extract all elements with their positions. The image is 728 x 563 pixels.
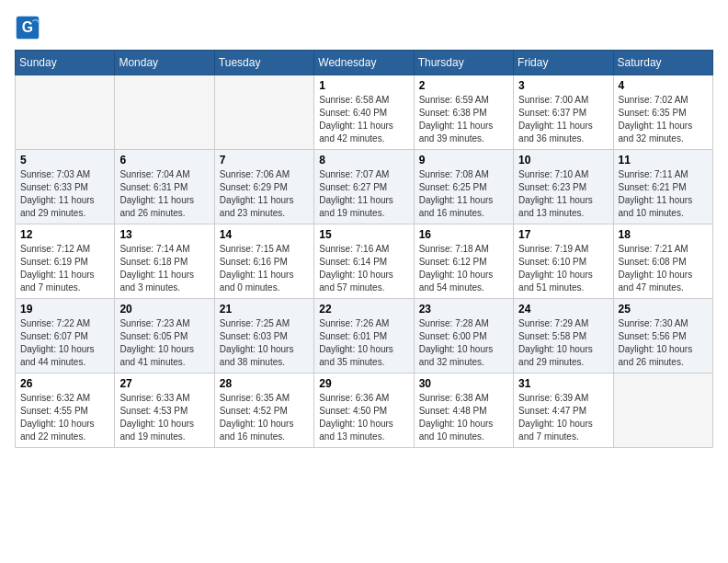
day-number: 19 (20, 303, 109, 316)
calendar-cell: 30Sunrise: 6:38 AMSunset: 4:48 PMDayligh… (414, 373, 513, 448)
weekday-cell: Tuesday (214, 51, 313, 75)
day-info: Sunrise: 7:29 AMSunset: 5:58 PMDaylight:… (518, 317, 608, 369)
day-number: 4 (619, 79, 708, 92)
calendar-cell: 31Sunrise: 6:39 AMSunset: 4:47 PMDayligh… (514, 373, 613, 448)
calendar-week-row: 1Sunrise: 6:58 AMSunset: 6:40 PMDaylight… (16, 75, 713, 150)
day-info: Sunrise: 7:26 AMSunset: 6:01 PMDaylight:… (319, 317, 408, 369)
calendar-cell: 17Sunrise: 7:19 AMSunset: 6:10 PMDayligh… (514, 224, 613, 299)
day-number: 7 (220, 154, 309, 167)
day-info: Sunrise: 7:07 AMSunset: 6:27 PMDaylight:… (319, 168, 408, 220)
calendar-cell: 26Sunrise: 6:32 AMSunset: 4:55 PMDayligh… (16, 373, 115, 448)
logo: G (15, 15, 44, 40)
weekday-header-row: SundayMondayTuesdayWednesdayThursdayFrid… (16, 51, 713, 75)
calendar-body: 1Sunrise: 6:58 AMSunset: 6:40 PMDaylight… (16, 75, 713, 448)
day-info: Sunrise: 7:18 AMSunset: 6:12 PMDaylight:… (419, 243, 508, 294)
day-info: Sunrise: 7:19 AMSunset: 6:10 PMDaylight:… (518, 243, 608, 294)
calendar-cell: 8Sunrise: 7:07 AMSunset: 6:27 PMDaylight… (314, 150, 414, 224)
day-info: Sunrise: 7:02 AMSunset: 6:35 PMDaylight:… (619, 94, 708, 145)
day-info: Sunrise: 7:11 AMSunset: 6:21 PMDaylight:… (619, 168, 708, 220)
calendar-cell: 11Sunrise: 7:11 AMSunset: 6:21 PMDayligh… (613, 150, 712, 224)
day-info: Sunrise: 7:12 AMSunset: 6:19 PMDaylight:… (20, 243, 109, 294)
day-info: Sunrise: 6:59 AMSunset: 6:38 PMDaylight:… (419, 94, 508, 145)
day-number: 5 (20, 154, 109, 167)
calendar-cell: 22Sunrise: 7:26 AMSunset: 6:01 PMDayligh… (314, 299, 414, 373)
calendar-cell: 12Sunrise: 7:12 AMSunset: 6:19 PMDayligh… (16, 224, 115, 299)
calendar-table: SundayMondayTuesdayWednesdayThursdayFrid… (15, 50, 713, 448)
weekday-cell: Wednesday (314, 51, 414, 75)
day-info: Sunrise: 7:23 AMSunset: 6:05 PMDaylight:… (119, 317, 209, 369)
day-info: Sunrise: 6:33 AMSunset: 4:53 PMDaylight:… (119, 392, 209, 443)
day-number: 10 (518, 154, 608, 167)
day-number: 18 (619, 228, 708, 241)
day-number: 15 (319, 228, 408, 241)
day-info: Sunrise: 7:21 AMSunset: 6:08 PMDaylight:… (619, 243, 708, 294)
day-number: 25 (619, 303, 708, 316)
day-number: 6 (119, 154, 209, 167)
calendar-cell (613, 373, 712, 448)
weekday-cell: Friday (514, 51, 613, 75)
calendar-cell: 29Sunrise: 6:36 AMSunset: 4:50 PMDayligh… (314, 373, 414, 448)
day-number: 27 (119, 377, 209, 390)
calendar-cell: 13Sunrise: 7:14 AMSunset: 6:18 PMDayligh… (115, 224, 214, 299)
logo-icon: G (15, 15, 40, 40)
day-number: 12 (20, 228, 109, 241)
day-info: Sunrise: 6:36 AMSunset: 4:50 PMDaylight:… (319, 392, 408, 443)
day-number: 8 (319, 154, 408, 167)
calendar-cell: 6Sunrise: 7:04 AMSunset: 6:31 PMDaylight… (115, 150, 214, 224)
calendar-cell: 4Sunrise: 7:02 AMSunset: 6:35 PMDaylight… (613, 75, 712, 150)
weekday-cell: Saturday (613, 51, 712, 75)
day-number: 9 (419, 154, 508, 167)
weekday-cell: Monday (115, 51, 214, 75)
day-number: 31 (518, 377, 608, 390)
calendar-cell: 16Sunrise: 7:18 AMSunset: 6:12 PMDayligh… (414, 224, 513, 299)
day-number: 17 (518, 228, 608, 241)
calendar-cell: 23Sunrise: 7:28 AMSunset: 6:00 PMDayligh… (414, 299, 513, 373)
day-number: 23 (419, 303, 508, 316)
day-info: Sunrise: 6:58 AMSunset: 6:40 PMDaylight:… (319, 94, 408, 145)
calendar-cell: 27Sunrise: 6:33 AMSunset: 4:53 PMDayligh… (115, 373, 214, 448)
calendar-cell (214, 75, 313, 150)
day-info: Sunrise: 7:14 AMSunset: 6:18 PMDaylight:… (119, 243, 209, 294)
day-number: 20 (119, 303, 209, 316)
day-info: Sunrise: 7:10 AMSunset: 6:23 PMDaylight:… (518, 168, 608, 220)
calendar-cell: 20Sunrise: 7:23 AMSunset: 6:05 PMDayligh… (115, 299, 214, 373)
calendar-cell: 10Sunrise: 7:10 AMSunset: 6:23 PMDayligh… (514, 150, 613, 224)
calendar-cell: 9Sunrise: 7:08 AMSunset: 6:25 PMDaylight… (414, 150, 513, 224)
day-number: 29 (319, 377, 408, 390)
day-info: Sunrise: 6:38 AMSunset: 4:48 PMDaylight:… (419, 392, 508, 443)
calendar-cell: 14Sunrise: 7:15 AMSunset: 6:16 PMDayligh… (214, 224, 313, 299)
day-number: 11 (619, 154, 708, 167)
day-info: Sunrise: 6:35 AMSunset: 4:52 PMDaylight:… (220, 392, 309, 443)
calendar-cell: 28Sunrise: 6:35 AMSunset: 4:52 PMDayligh… (214, 373, 313, 448)
calendar-cell: 21Sunrise: 7:25 AMSunset: 6:03 PMDayligh… (214, 299, 313, 373)
svg-text:G: G (22, 19, 33, 35)
day-number: 2 (419, 79, 508, 92)
calendar-cell: 1Sunrise: 6:58 AMSunset: 6:40 PMDaylight… (314, 75, 414, 150)
day-info: Sunrise: 7:22 AMSunset: 6:07 PMDaylight:… (20, 317, 109, 369)
day-info: Sunrise: 7:16 AMSunset: 6:14 PMDaylight:… (319, 243, 408, 294)
day-number: 3 (518, 79, 608, 92)
day-number: 28 (220, 377, 309, 390)
page-header: G (15, 15, 713, 40)
calendar-cell: 25Sunrise: 7:30 AMSunset: 5:56 PMDayligh… (613, 299, 712, 373)
day-number: 16 (419, 228, 508, 241)
day-number: 30 (419, 377, 508, 390)
calendar-cell: 7Sunrise: 7:06 AMSunset: 6:29 PMDaylight… (214, 150, 313, 224)
calendar-cell: 19Sunrise: 7:22 AMSunset: 6:07 PMDayligh… (16, 299, 115, 373)
calendar-cell: 2Sunrise: 6:59 AMSunset: 6:38 PMDaylight… (414, 75, 513, 150)
calendar-week-row: 12Sunrise: 7:12 AMSunset: 6:19 PMDayligh… (16, 224, 713, 299)
day-number: 21 (220, 303, 309, 316)
calendar-cell: 18Sunrise: 7:21 AMSunset: 6:08 PMDayligh… (613, 224, 712, 299)
day-info: Sunrise: 6:39 AMSunset: 4:47 PMDaylight:… (518, 392, 608, 443)
day-info: Sunrise: 7:25 AMSunset: 6:03 PMDaylight:… (220, 317, 309, 369)
calendar-cell (115, 75, 214, 150)
day-number: 1 (319, 79, 408, 92)
calendar-cell: 3Sunrise: 7:00 AMSunset: 6:37 PMDaylight… (514, 75, 613, 150)
day-info: Sunrise: 6:32 AMSunset: 4:55 PMDaylight:… (20, 392, 109, 443)
day-info: Sunrise: 7:06 AMSunset: 6:29 PMDaylight:… (220, 168, 309, 220)
day-number: 26 (20, 377, 109, 390)
day-number: 22 (319, 303, 408, 316)
day-number: 24 (518, 303, 608, 316)
calendar-cell: 5Sunrise: 7:03 AMSunset: 6:33 PMDaylight… (16, 150, 115, 224)
day-info: Sunrise: 7:00 AMSunset: 6:37 PMDaylight:… (518, 94, 608, 145)
